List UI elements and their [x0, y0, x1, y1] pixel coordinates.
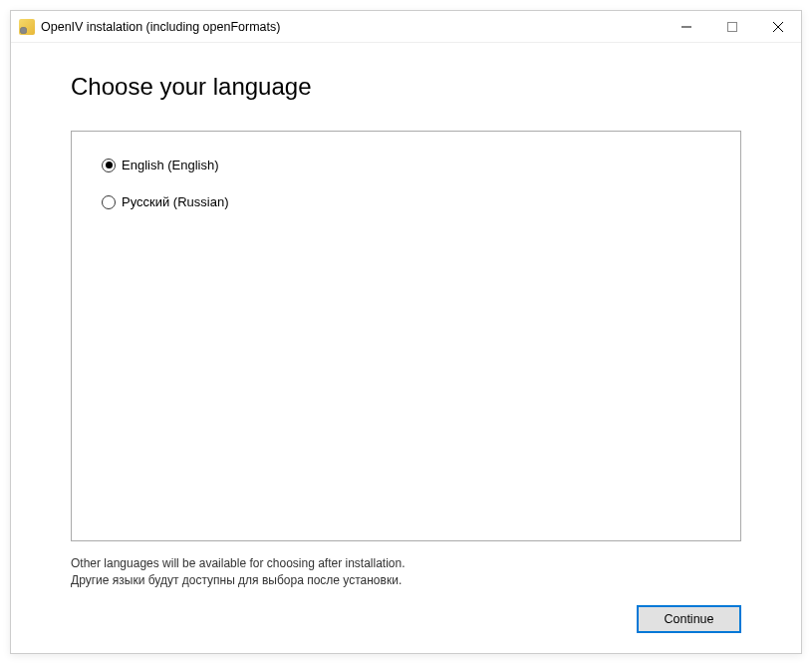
footer-note: Other languages will be available for ch… — [71, 555, 741, 589]
maximize-icon — [727, 22, 737, 32]
language-group: English (English) Русский (Russian) — [71, 131, 741, 541]
close-icon — [773, 22, 783, 32]
language-option-english[interactable]: English (English) — [102, 158, 710, 172]
page-heading: Choose your language — [71, 73, 741, 101]
maximize-button — [709, 11, 755, 42]
radio-icon — [102, 195, 116, 209]
installer-window: OpenIV instalation (including openFormat… — [10, 10, 802, 654]
radio-icon — [102, 159, 116, 172]
minimize-button[interactable] — [664, 11, 709, 42]
note-line: Другие языки будут доступны для выбора п… — [71, 572, 741, 589]
close-button[interactable] — [755, 11, 801, 42]
continue-button[interactable]: Continue — [637, 605, 741, 633]
minimize-icon — [681, 22, 691, 32]
window-title: OpenIV instalation (including openFormat… — [41, 20, 664, 34]
language-label: English (English) — [122, 158, 219, 172]
svg-rect-1 — [728, 22, 737, 31]
window-controls — [664, 11, 801, 42]
titlebar: OpenIV instalation (including openFormat… — [11, 11, 801, 43]
language-label: Русский (Russian) — [122, 194, 228, 209]
continue-button-label: Continue — [664, 612, 713, 626]
button-row: Continue — [71, 605, 741, 633]
note-line: Other languages will be available for ch… — [71, 555, 741, 572]
content-area: Choose your language English (English) Р… — [11, 43, 801, 653]
app-icon — [19, 19, 35, 35]
language-option-russian[interactable]: Русский (Russian) — [102, 194, 710, 209]
